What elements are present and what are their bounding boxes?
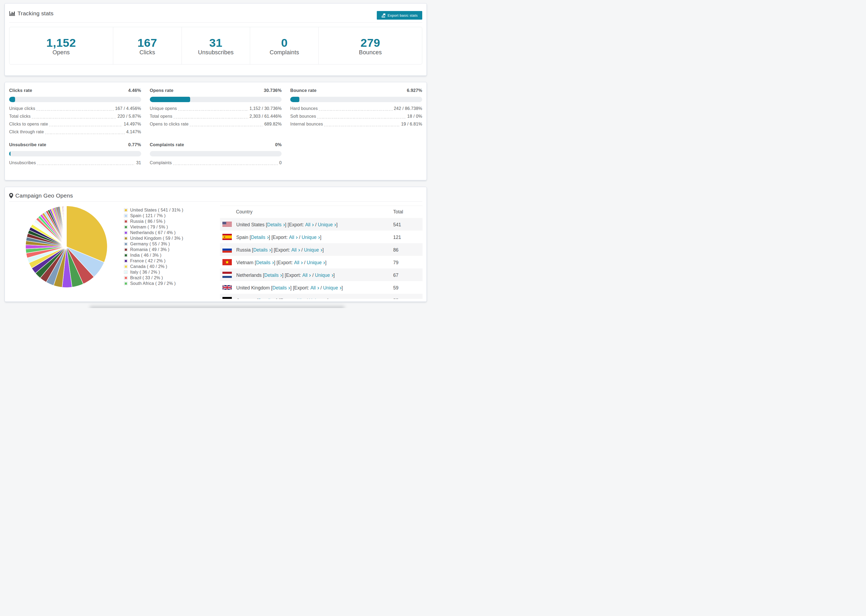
legend-label: India ( 46 / 3% ) bbox=[130, 253, 161, 258]
export-unique-link-united-kingdom[interactable]: Unique bbox=[323, 285, 341, 291]
chevron-right-icon bbox=[283, 224, 285, 226]
rate-block-opens-rate: Opens rate30.736%Unique opens1,152 / 30.… bbox=[150, 87, 282, 136]
export-all-link-united-kingdom[interactable]: All bbox=[310, 285, 319, 291]
rate-row-value-unsubscribes: 31 bbox=[136, 159, 141, 167]
rate-head-opens-rate: Opens rate30.736% bbox=[150, 87, 282, 94]
rate-row-click-through-rate: Click through rate4.147% bbox=[9, 128, 141, 136]
rate-rows-complaints-rate: Complaints0 bbox=[150, 159, 282, 167]
rate-row-label-clicks-to-opens-rate: Clicks to opens rate bbox=[9, 120, 48, 128]
rate-bar-complaints-rate bbox=[150, 151, 282, 156]
legend-item-vietnam: Vietnam ( 79 / 5% ) bbox=[124, 224, 183, 230]
campaign-geo-opens-card: Campaign Geo Opens United States ( 541 /… bbox=[5, 187, 427, 302]
bracket: ] bbox=[327, 298, 329, 299]
export-basic-stats-button[interactable]: Export basic stats bbox=[377, 11, 422, 20]
geo-country-name: Vietnam bbox=[236, 260, 255, 266]
export-all-link-spain[interactable]: All bbox=[289, 235, 298, 240]
export-all-link-germany[interactable]: All bbox=[296, 298, 305, 299]
legend-swatch bbox=[124, 282, 128, 285]
legend-swatch-color bbox=[125, 220, 127, 223]
legend-swatch bbox=[124, 253, 128, 257]
details-link-germany[interactable]: Details bbox=[258, 298, 276, 299]
details-link-united-kingdom[interactable]: Details bbox=[272, 285, 290, 291]
bracket: ] [Export: bbox=[271, 247, 291, 253]
geo-country-name: United Kingdom bbox=[236, 285, 271, 291]
pie-slice-other-39[interactable] bbox=[66, 206, 66, 247]
dotted-leader bbox=[173, 165, 278, 165]
rate-row-unique-clicks: Unique clicks167 / 4.456% bbox=[9, 105, 141, 112]
flag-nl-icon bbox=[222, 272, 232, 278]
rate-row-label-total-clicks: Total clicks bbox=[9, 112, 31, 120]
rate-row-label-unsubscribes: Unsubscribes bbox=[9, 159, 36, 167]
bracket: ] bbox=[336, 222, 337, 228]
rate-pct-unsubscribe-rate: 0.77% bbox=[128, 141, 141, 148]
export-unique-link-spain[interactable]: Unique bbox=[301, 235, 320, 240]
chevron-right-icon bbox=[318, 236, 320, 239]
export-unique-link-russia[interactable]: Unique bbox=[304, 247, 322, 253]
rate-block-complaints-rate: Complaints rate0%Complaints0 bbox=[150, 141, 282, 167]
dotted-leader bbox=[190, 126, 263, 126]
export-unique-link-vietnam[interactable]: Unique bbox=[307, 260, 325, 266]
export-unique-link-united-states[interactable]: Unique bbox=[318, 222, 336, 228]
rate-head-unsubscribe-rate: Unsubscribe rate0.77% bbox=[9, 141, 141, 148]
geo-country-name: Spain bbox=[236, 235, 250, 240]
rate-row-hard-bounces: Hard bounces242 / 86.738% bbox=[290, 105, 422, 112]
rate-pct-bounce-rate: 6.927% bbox=[407, 87, 422, 94]
dotted-leader bbox=[324, 126, 400, 126]
legend-item-france: France ( 42 / 2% ) bbox=[124, 258, 183, 264]
geo-country-cell-united-states: United States [Details] [Export: All / U… bbox=[220, 222, 393, 227]
summary-stats-box: 1,152Opens167Clicks31Unsubscribes0Compla… bbox=[9, 27, 422, 64]
stat-label-unsubscribes: Unsubscribes bbox=[198, 49, 234, 56]
stat-value-complaints: 0 bbox=[281, 37, 288, 49]
details-link-spain[interactable]: Details bbox=[251, 235, 269, 240]
chevron-right-icon bbox=[301, 261, 303, 264]
geo-total-russia: 86 bbox=[393, 247, 422, 253]
chevron-right-icon bbox=[267, 236, 269, 239]
legend-swatch bbox=[124, 276, 128, 280]
details-link-united-states[interactable]: Details bbox=[267, 222, 285, 228]
geo-country-cell-netherlands: Netherlands [Details] [Export: All / Uni… bbox=[220, 272, 393, 278]
export-all-link-united-states[interactable]: All bbox=[305, 222, 314, 228]
legend-swatch-color bbox=[125, 283, 127, 284]
rate-row-value-total-clicks: 220 / 5.87% bbox=[118, 112, 141, 120]
rate-row-label-soft-bounces: Soft bounces bbox=[290, 112, 316, 120]
export-unique-link-netherlands[interactable]: Unique bbox=[315, 272, 333, 278]
bracket: ] [Export: bbox=[269, 235, 289, 240]
legend-item-netherlands: Netherlands ( 67 / 4% ) bbox=[124, 230, 183, 236]
details-link-russia[interactable]: Details bbox=[254, 247, 271, 253]
legend-swatch bbox=[124, 248, 128, 251]
export-unique-link-germany[interactable]: Unique bbox=[309, 298, 327, 299]
rate-fill-unsubscribe-rate bbox=[9, 151, 11, 156]
export-all-link-russia[interactable]: All bbox=[291, 247, 300, 253]
rate-row-opens-to-clicks-rate: Opens to clicks rate689.82% bbox=[150, 120, 282, 128]
stat-value-unsubscribes: 31 bbox=[209, 37, 222, 49]
legend-item-india: India ( 46 / 3% ) bbox=[124, 252, 183, 258]
rate-pct-opens-rate: 30.736% bbox=[264, 87, 282, 94]
chevron-right-icon bbox=[296, 236, 298, 239]
export-all-link-netherlands[interactable]: All bbox=[302, 272, 311, 278]
legend-label: Romania ( 49 / 3% ) bbox=[130, 247, 169, 252]
dotted-leader bbox=[45, 134, 125, 134]
chevron-right-icon bbox=[321, 249, 323, 251]
chevron-right-icon bbox=[334, 224, 336, 226]
details-link-vietnam[interactable]: Details bbox=[256, 260, 274, 266]
rates-grid: Clicks rate4.46%Unique clicks167 / 4.456… bbox=[5, 82, 427, 167]
details-link-netherlands[interactable]: Details bbox=[265, 272, 282, 278]
rate-row-label-unique-opens: Unique opens bbox=[150, 105, 177, 112]
dotted-leader bbox=[36, 110, 114, 111]
dotted-leader bbox=[319, 110, 392, 111]
rate-row-value-hard-bounces: 242 / 86.738% bbox=[394, 105, 422, 112]
legend-item-canada: Canada ( 40 / 2% ) bbox=[124, 264, 183, 269]
legend-swatch bbox=[124, 214, 128, 217]
legend-label: United States ( 541 / 31% ) bbox=[130, 208, 183, 212]
geo-pie-chart[interactable] bbox=[24, 205, 109, 289]
legend-item-italy: Italy ( 36 / 2% ) bbox=[124, 269, 183, 275]
map-pin-icon bbox=[9, 193, 13, 198]
chevron-right-icon bbox=[298, 249, 300, 251]
legend-swatch-color bbox=[125, 237, 127, 239]
chevron-right-icon bbox=[309, 274, 311, 277]
rate-fill-bounce-rate bbox=[290, 97, 299, 102]
geo-country-cell-russia: Russia [Details] [Export: All / Unique] bbox=[220, 247, 393, 253]
stat-col-opens: 1,152Opens bbox=[9, 27, 113, 64]
stat-value-opens: 1,152 bbox=[46, 37, 76, 49]
export-all-link-vietnam[interactable]: All bbox=[294, 260, 303, 266]
